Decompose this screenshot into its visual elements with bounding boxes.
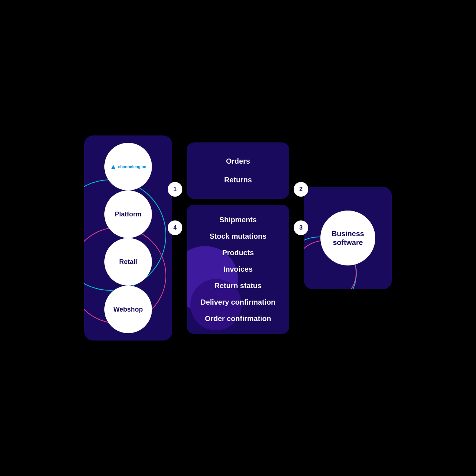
retail-circle: Retail bbox=[104, 238, 152, 286]
middle-section: 1 2 4 3 Orders Returns Shipments Stock m… bbox=[187, 142, 289, 334]
stock-mutations-text: Stock mutations bbox=[209, 232, 267, 241]
channelengine-circle: ▲ channelengine bbox=[104, 143, 152, 190]
step-badge-1: 1 bbox=[168, 182, 182, 197]
logo-name: channelengine bbox=[118, 164, 146, 169]
platform-column: ▲ channelengine Platform Retail Webshop bbox=[84, 135, 172, 341]
business-card: Business software bbox=[304, 187, 392, 289]
delivery-confirmation-text: Delivery confirmation bbox=[201, 298, 276, 306]
retail-label: Retail bbox=[119, 258, 137, 266]
return-status-text: Return status bbox=[215, 282, 262, 290]
step-badge-3: 3 bbox=[294, 220, 308, 235]
business-line2: software bbox=[332, 238, 364, 247]
business-column: Business software bbox=[304, 187, 392, 289]
webshop-circle: Webshop bbox=[104, 286, 152, 333]
mid-cards: Orders Returns Shipments Stock mutations… bbox=[187, 142, 289, 334]
badge-1-label: 1 bbox=[174, 186, 177, 193]
order-confirmation-text: Order confirmation bbox=[205, 315, 271, 323]
badge-2-label: 2 bbox=[300, 186, 303, 193]
business-line1: Business bbox=[332, 229, 364, 238]
platform-label: Platform bbox=[115, 211, 141, 218]
business-label: Business software bbox=[332, 229, 364, 247]
ce-icon: ▲ bbox=[110, 163, 117, 171]
badge-4-label: 4 bbox=[174, 224, 177, 231]
badge-3-label: 3 bbox=[300, 224, 303, 231]
business-circle: Business software bbox=[320, 211, 375, 265]
products-text: Products bbox=[222, 249, 254, 257]
webshop-label: Webshop bbox=[114, 306, 143, 313]
platform-circle: Platform bbox=[104, 190, 152, 238]
orders-card: Orders Returns bbox=[187, 142, 289, 199]
returns-text: Returns bbox=[224, 176, 252, 184]
invoices-text: Invoices bbox=[223, 265, 253, 274]
channelengine-logo: ▲ channelengine bbox=[110, 163, 146, 171]
diagram: ▲ channelengine Platform Retail Webshop bbox=[37, 135, 439, 341]
step-badge-4: 4 bbox=[168, 220, 182, 235]
shipments-card: Shipments Stock mutations Products Invoi… bbox=[187, 205, 289, 334]
platform-card: ▲ channelengine Platform Retail Webshop bbox=[84, 135, 172, 341]
step-badge-2: 2 bbox=[294, 182, 308, 197]
shipments-text: Shipments bbox=[219, 216, 257, 224]
orders-text: Orders bbox=[226, 157, 250, 166]
